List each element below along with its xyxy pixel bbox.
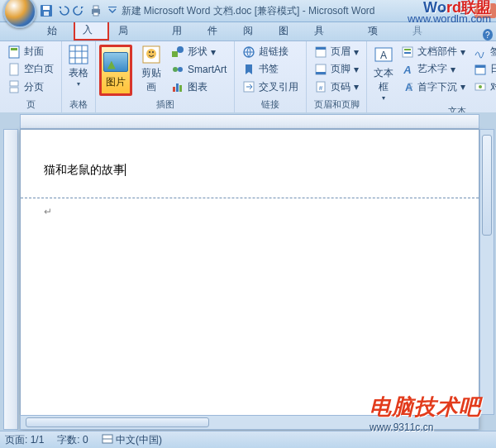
svg-rect-22 — [176, 83, 179, 92]
wordart-button[interactable]: A艺术字 ▾ — [399, 61, 467, 77]
header-text[interactable]: 猫和老鼠的故事 — [44, 164, 125, 176]
svg-text:A: A — [403, 64, 412, 76]
scroll-thumb-v[interactable] — [482, 135, 492, 236]
svg-rect-12 — [69, 45, 88, 64]
svg-rect-5 — [93, 12, 98, 16]
clipart-button[interactable]: 剪贴画 — [136, 43, 167, 96]
save-icon[interactable] — [40, 4, 53, 17]
svg-point-15 — [149, 51, 150, 53]
signature-button[interactable]: 签名行 ▾ — [472, 44, 496, 60]
ribbon: 封面 空白页 分页 页 表格▾ 表格 图片 — [0, 41, 496, 113]
help-icon[interactable]: ? — [483, 29, 493, 41]
group-tables: 表格▾ 表格 — [62, 41, 96, 112]
svg-rect-6 — [108, 7, 117, 7]
svg-rect-36 — [404, 52, 411, 54]
textbox-button[interactable]: A 文本框▾ — [370, 43, 397, 103]
qat-more-icon[interactable] — [106, 4, 119, 17]
status-bar: 页面: 1/1 字数: 0 中文(中国) — [0, 431, 496, 448]
print-icon[interactable] — [89, 4, 103, 17]
svg-rect-21 — [173, 87, 175, 92]
group-text: A 文本框▾ 文档部件 ▾ A艺术字 ▾ A首字下沉 ▾ 签名行 ▾ 日期和时间… — [367, 41, 496, 112]
svg-rect-17 — [172, 51, 178, 57]
svg-rect-4 — [93, 6, 98, 9]
svg-rect-11 — [10, 88, 18, 93]
svg-rect-29 — [316, 72, 326, 74]
document-area: 猫和老鼠的故事 ↵ — [0, 112, 496, 431]
group-header-footer: 页眉 ▾ 页脚 ▾ #页码 ▾ 页眉和页脚 — [307, 41, 367, 112]
footer-button[interactable]: 页脚 ▾ — [312, 61, 360, 77]
group-label-links: 链接 — [238, 97, 303, 112]
table-button[interactable]: 表格▾ — [65, 43, 92, 89]
svg-point-42 — [479, 85, 482, 88]
blank-page-button[interactable]: 空白页 — [6, 61, 55, 77]
undo-icon[interactable] — [56, 4, 69, 17]
svg-point-14 — [146, 49, 156, 59]
datetime-button[interactable]: 日期和时间 — [472, 61, 496, 77]
quick-access-toolbar — [40, 4, 119, 17]
svg-point-18 — [177, 46, 184, 53]
watermark-brand: 电脑技术吧 www.9311c.cn — [370, 393, 481, 433]
svg-rect-10 — [10, 81, 18, 86]
hyperlink-button[interactable]: 超链接 — [241, 44, 300, 60]
paragraph-mark: ↵ — [44, 206, 52, 217]
status-words[interactable]: 字数: 0 — [57, 433, 88, 447]
redo-icon[interactable] — [73, 4, 86, 17]
header-button[interactable]: 页眉 ▾ — [312, 44, 360, 60]
horizontal-ruler[interactable] — [20, 114, 479, 129]
scroll-thumb-h[interactable] — [26, 417, 209, 427]
picture-icon — [103, 52, 128, 72]
svg-rect-23 — [179, 85, 182, 92]
vertical-scrollbar[interactable] — [479, 129, 494, 415]
status-language[interactable]: 中文(中国) — [102, 433, 162, 447]
pagenumber-button[interactable]: #页码 ▾ — [312, 79, 360, 95]
ribbon-tabs: 开始 插入 页面布局 引用 邮件 审阅 视图 开发工具 加载项 页眉和页脚工具 … — [0, 22, 496, 41]
svg-point-19 — [173, 67, 178, 72]
group-label-pages: 页 — [3, 97, 58, 112]
group-links: 超链接 书签 交叉引用 链接 — [235, 41, 307, 112]
svg-rect-27 — [316, 47, 326, 50]
svg-rect-35 — [404, 49, 411, 50]
group-illustrations: 图片 剪贴画 形状 ▾ SmartArt 图表 插图 — [96, 41, 235, 112]
svg-rect-9 — [10, 64, 18, 75]
group-label-hf: 页眉和页脚 — [310, 97, 363, 112]
quickparts-button[interactable]: 文档部件 ▾ — [399, 44, 467, 60]
smartart-button[interactable]: SmartArt — [169, 62, 228, 77]
bookmark-button[interactable]: 书签 — [241, 61, 300, 77]
dropcap-button[interactable]: A首字下沉 ▾ — [399, 79, 467, 95]
svg-rect-8 — [11, 48, 17, 50]
text-cursor — [125, 164, 126, 176]
group-label-illustrations: 插图 — [99, 97, 231, 112]
cover-page-button[interactable]: 封面 — [6, 44, 55, 60]
document-page[interactable]: 猫和老鼠的故事 ↵ — [20, 129, 479, 430]
svg-rect-40 — [475, 65, 485, 68]
status-page[interactable]: 页面: 1/1 — [5, 433, 44, 447]
svg-point-20 — [178, 67, 183, 72]
watermark-logo: Word联盟 www.wordlm.com — [408, 2, 491, 25]
svg-rect-2 — [44, 12, 49, 16]
group-label-tables: 表格 — [65, 97, 92, 112]
svg-text:#: # — [319, 84, 323, 92]
svg-rect-1 — [43, 6, 50, 10]
page-break-button[interactable]: 分页 — [6, 79, 55, 95]
svg-text:A: A — [380, 50, 387, 61]
crossref-button[interactable]: 交叉引用 — [241, 79, 300, 95]
chart-button[interactable]: 图表 — [169, 79, 228, 95]
object-button[interactable]: 对象 ▾ — [472, 79, 496, 95]
header-boundary — [21, 198, 479, 198]
picture-button[interactable]: 图片 — [99, 45, 132, 96]
group-pages: 封面 空白页 分页 页 — [0, 41, 62, 112]
shapes-button[interactable]: 形状 ▾ — [169, 44, 228, 60]
svg-point-16 — [152, 51, 154, 53]
vertical-ruler[interactable] — [3, 129, 18, 430]
